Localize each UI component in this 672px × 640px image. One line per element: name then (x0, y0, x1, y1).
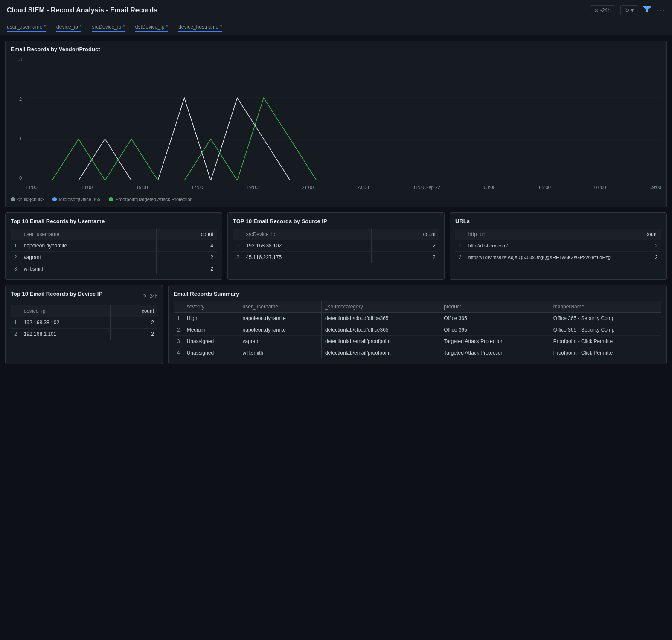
app-header: Cloud SIEM - Record Analysis - Email Rec… (0, 0, 672, 20)
top-device-ip-title: Top 10 Email Records by Device IP (11, 291, 102, 297)
top-source-ip-title: TOP 10 Email Records by Source IP (233, 218, 439, 224)
chart-y-labels: 3 2 1 0 (11, 57, 23, 180)
chart-title: Email Records by Vendor/Product (11, 46, 661, 52)
col-http-url: http_url (465, 229, 636, 240)
table-row: 1http://do-hero.com/2 (455, 240, 661, 252)
table-row: 3will.smith2 (11, 263, 217, 275)
legend-office365: Microsoft|Office 365 (52, 197, 100, 202)
legend-proofpoint: Proofpoint|Targeted Attack Protection (109, 197, 192, 202)
urls-panel: URLs http_url _count 1http://do-hero.com… (450, 212, 667, 280)
filter-device-hostname[interactable]: device_hostname * (178, 24, 222, 32)
clock-icon: ⊙ (594, 7, 599, 13)
filter-button[interactable] (643, 6, 651, 15)
table-row: 2vagrant2 (11, 252, 217, 263)
main-content: Email Records by Vendor/Product 3 2 1 0 (0, 35, 672, 369)
col-summary-username: user_username (239, 301, 321, 313)
more-button[interactable]: ··· (656, 6, 665, 15)
top-device-ip-panel: Top 10 Email Records by Device IP ⊙ -24h… (5, 285, 163, 364)
chart-x-labels: 11:00 13:00 15:00 17:00 19:00 21:00 23:0… (26, 181, 661, 193)
refresh-button[interactable]: ↻ ▾ (620, 5, 638, 15)
col-count-device-ip: _count (110, 305, 157, 317)
legend-null: <null>|<null> (11, 197, 44, 202)
time-range-button[interactable]: ⊙ -24h (590, 5, 615, 15)
chart-legend: <null>|<null> Microsoft|Office 365 Proof… (11, 197, 661, 202)
filter-src-device-ip[interactable]: srcDevice_ip * (92, 24, 125, 32)
chart-svg (26, 57, 661, 180)
page-title: Cloud SIEM - Record Analysis - Email Rec… (7, 6, 157, 14)
top-username-panel: Top 10 Email Records by Username user_us… (5, 212, 222, 280)
chart-grid (26, 57, 661, 180)
table-row: 4Unassignedwill.smithdetectionlab/email/… (174, 347, 661, 359)
table-row: 2Mediumnapoleon.dynamitedetectionlab/clo… (174, 324, 661, 336)
table-row: 1192.168.38.1022 (233, 240, 439, 252)
col-user-username: user_username (20, 229, 156, 240)
bottom-row: Top 10 Email Records by Device IP ⊙ -24h… (5, 285, 667, 364)
table-row: 245.116.227.1752 (233, 252, 439, 263)
col-count-url: _count (636, 229, 661, 240)
top-device-ip-title-row: Top 10 Email Records by Device IP ⊙ -24h (11, 291, 157, 301)
top-username-title: Top 10 Email Records by Username (11, 218, 217, 224)
legend-dot-proofpoint (109, 197, 113, 201)
time-badge-device-ip: ⊙ -24h (143, 293, 157, 299)
filter-device-ip[interactable]: device_ip * (56, 24, 81, 32)
header-controls: ⊙ -24h ↻ ▾ ··· (590, 5, 665, 15)
summary-table: severity user_username _sourcecategory p… (174, 301, 661, 358)
legend-dot-null (11, 197, 15, 201)
col-mapper-name: mapperName (550, 301, 661, 313)
col-product: product (440, 301, 550, 313)
urls-title: URLs (455, 218, 661, 224)
filter-dst-device-ip[interactable]: dstDevice_ip * (135, 24, 168, 32)
clock-icon-small: ⊙ (143, 293, 146, 299)
top-source-ip-table: srcDevice_ip _count 1192.168.38.1022245.… (233, 229, 439, 263)
legend-dot-office365 (52, 197, 57, 201)
refresh-icon: ↻ (625, 7, 629, 13)
col-severity: severity (183, 301, 239, 313)
chart-panel: Email Records by Vendor/Product 3 2 1 0 (5, 41, 667, 207)
filters-bar: user_username * device_ip * srcDevice_ip… (0, 20, 672, 35)
table-row: 1192.168.38.1022 (11, 317, 157, 329)
top-device-ip-table: device_ip _count 1192.168.38.10222192.16… (11, 305, 157, 340)
urls-table: http_url _count 1http://do-hero.com/22ht… (455, 229, 661, 263)
col-src-device-ip: srcDevice_ip (243, 229, 372, 240)
refresh-chevron: ▾ (631, 7, 634, 13)
table-row: 2192.168.1.1012 (11, 329, 157, 340)
chart-area: 3 2 1 0 (11, 57, 661, 193)
top-username-table: user_username _count 1napoleon.dynamite4… (11, 229, 217, 274)
col-device-ip: device_ip (20, 305, 111, 317)
table-row: 1napoleon.dynamite4 (11, 240, 217, 252)
filter-user-username[interactable]: user_username * (7, 24, 46, 32)
summary-panel: Email Records Summary severity user_user… (168, 285, 667, 364)
summary-title: Email Records Summary (174, 291, 661, 297)
col-count-src-ip: _count (371, 229, 439, 240)
table-row: 1Highnapoleon.dynamitedetectionlab/cloud… (174, 313, 661, 324)
table-row: 3Unassignedvagrantdetectionlab/email/pro… (174, 336, 661, 347)
table-row: 2https://1drv.ms/u/s!AdjXiQ5J5JxUbgQgXRH… (455, 252, 661, 263)
top-source-ip-panel: TOP 10 Email Records by Source IP srcDev… (227, 212, 445, 280)
middle-panels-row: Top 10 Email Records by Username user_us… (5, 212, 667, 280)
col-count-username: _count (156, 229, 217, 240)
col-source-category: _sourcecategory (321, 301, 440, 313)
